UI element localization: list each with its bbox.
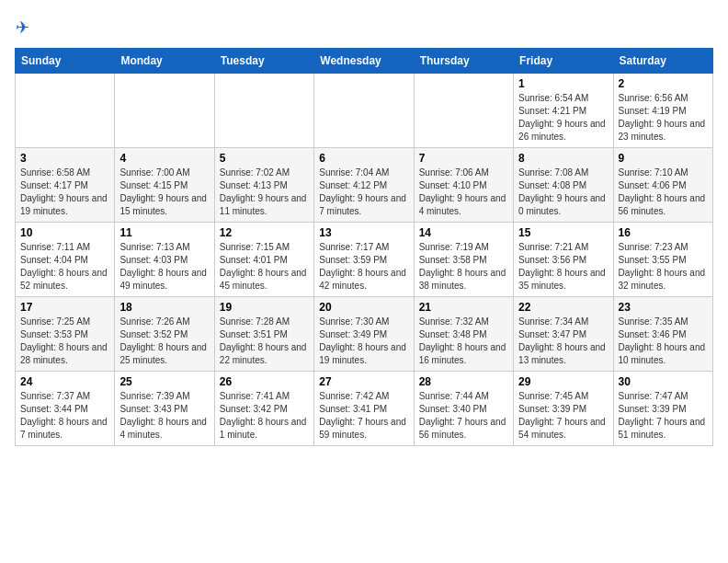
- day-number: 24: [20, 375, 109, 388]
- calendar-cell: [214, 74, 313, 148]
- svg-text:✈: ✈: [16, 18, 29, 37]
- calendar-cell: 22Sunrise: 7:34 AM Sunset: 3:47 PM Dayli…: [514, 297, 613, 372]
- calendar-header-tuesday: Tuesday: [214, 49, 313, 74]
- day-info: Sunrise: 7:23 AM Sunset: 3:55 PM Dayligh…: [619, 241, 708, 293]
- day-info: Sunrise: 7:42 AM Sunset: 3:41 PM Dayligh…: [319, 390, 408, 442]
- calendar-header-thursday: Thursday: [414, 49, 513, 74]
- day-info: Sunrise: 7:30 AM Sunset: 3:49 PM Dayligh…: [319, 316, 408, 367]
- calendar-cell: 23Sunrise: 7:35 AM Sunset: 3:46 PM Dayli…: [613, 297, 712, 372]
- calendar-cell: 7Sunrise: 7:06 AM Sunset: 4:10 PM Daylig…: [414, 148, 513, 223]
- day-info: Sunrise: 7:04 AM Sunset: 4:12 PM Dayligh…: [319, 167, 408, 218]
- day-info: Sunrise: 7:15 AM Sunset: 4:01 PM Dayligh…: [220, 241, 309, 293]
- day-number: 14: [419, 226, 508, 239]
- day-info: Sunrise: 7:13 AM Sunset: 4:03 PM Dayligh…: [119, 241, 209, 293]
- calendar-cell: 10Sunrise: 7:11 AM Sunset: 4:04 PM Dayli…: [16, 223, 115, 297]
- logo-icon: ✈: [15, 15, 40, 40]
- day-info: Sunrise: 7:11 AM Sunset: 4:04 PM Dayligh…: [20, 241, 109, 293]
- day-info: Sunrise: 7:21 AM Sunset: 3:56 PM Dayligh…: [518, 241, 608, 293]
- header: ✈: [15, 15, 713, 40]
- calendar-cell: 16Sunrise: 7:23 AM Sunset: 3:55 PM Dayli…: [613, 223, 712, 297]
- calendar-cell: 12Sunrise: 7:15 AM Sunset: 4:01 PM Dayli…: [214, 223, 313, 297]
- day-number: 11: [119, 226, 209, 239]
- day-number: 19: [220, 301, 309, 314]
- calendar-cell: 26Sunrise: 7:41 AM Sunset: 3:42 PM Dayli…: [214, 372, 313, 446]
- day-number: 18: [119, 301, 209, 314]
- calendar-week-row: 3Sunrise: 6:58 AM Sunset: 4:17 PM Daylig…: [16, 148, 713, 223]
- calendar-cell: [16, 74, 115, 148]
- calendar-cell: 27Sunrise: 7:42 AM Sunset: 3:41 PM Dayli…: [314, 372, 414, 446]
- day-info: Sunrise: 7:41 AM Sunset: 3:42 PM Dayligh…: [220, 390, 309, 442]
- calendar-cell: 21Sunrise: 7:32 AM Sunset: 3:48 PM Dayli…: [414, 297, 513, 372]
- calendar-header-row: SundayMondayTuesdayWednesdayThursdayFrid…: [16, 49, 713, 74]
- day-number: 12: [220, 226, 309, 239]
- day-info: Sunrise: 6:58 AM Sunset: 4:17 PM Dayligh…: [20, 167, 109, 218]
- day-info: Sunrise: 7:34 AM Sunset: 3:47 PM Dayligh…: [518, 316, 608, 367]
- calendar-cell: 17Sunrise: 7:25 AM Sunset: 3:53 PM Dayli…: [16, 297, 115, 372]
- day-info: Sunrise: 7:10 AM Sunset: 4:06 PM Dayligh…: [619, 167, 708, 218]
- day-number: 29: [518, 375, 608, 388]
- calendar-cell: 9Sunrise: 7:10 AM Sunset: 4:06 PM Daylig…: [613, 148, 712, 223]
- calendar-week-row: 17Sunrise: 7:25 AM Sunset: 3:53 PM Dayli…: [16, 297, 713, 372]
- day-number: 16: [619, 226, 708, 239]
- day-info: Sunrise: 7:17 AM Sunset: 3:59 PM Dayligh…: [319, 241, 408, 293]
- day-number: 8: [518, 152, 608, 165]
- calendar-header-monday: Monday: [115, 49, 214, 74]
- day-number: 25: [119, 375, 209, 388]
- day-number: 3: [20, 152, 109, 165]
- day-number: 7: [419, 152, 508, 165]
- day-info: Sunrise: 7:44 AM Sunset: 3:40 PM Dayligh…: [419, 390, 508, 442]
- day-info: Sunrise: 7:02 AM Sunset: 4:13 PM Dayligh…: [220, 167, 309, 218]
- calendar-cell: 15Sunrise: 7:21 AM Sunset: 3:56 PM Dayli…: [514, 223, 613, 297]
- day-number: 21: [419, 301, 508, 314]
- day-number: 9: [619, 152, 708, 165]
- day-number: 2: [619, 77, 708, 90]
- calendar-cell: [314, 74, 414, 148]
- calendar-cell: 13Sunrise: 7:17 AM Sunset: 3:59 PM Dayli…: [314, 223, 414, 297]
- day-info: Sunrise: 7:45 AM Sunset: 3:39 PM Dayligh…: [518, 390, 608, 442]
- day-number: 5: [220, 152, 309, 165]
- day-info: Sunrise: 7:39 AM Sunset: 3:43 PM Dayligh…: [119, 390, 209, 442]
- calendar-header-saturday: Saturday: [613, 49, 712, 74]
- day-info: Sunrise: 7:25 AM Sunset: 3:53 PM Dayligh…: [20, 316, 109, 367]
- day-info: Sunrise: 7:00 AM Sunset: 4:15 PM Dayligh…: [119, 167, 209, 218]
- day-number: 30: [619, 375, 708, 388]
- day-info: Sunrise: 7:06 AM Sunset: 4:10 PM Dayligh…: [419, 167, 508, 218]
- day-number: 13: [319, 226, 408, 239]
- calendar-cell: 20Sunrise: 7:30 AM Sunset: 3:49 PM Dayli…: [314, 297, 414, 372]
- calendar: SundayMondayTuesdayWednesdayThursdayFrid…: [15, 48, 713, 446]
- calendar-cell: 1Sunrise: 6:54 AM Sunset: 4:21 PM Daylig…: [514, 74, 613, 148]
- day-info: Sunrise: 6:54 AM Sunset: 4:21 PM Dayligh…: [518, 92, 608, 144]
- calendar-cell: 3Sunrise: 6:58 AM Sunset: 4:17 PM Daylig…: [16, 148, 115, 223]
- day-number: 17: [20, 301, 109, 314]
- calendar-cell: [115, 74, 214, 148]
- day-number: 23: [619, 301, 708, 314]
- day-number: 27: [319, 375, 408, 388]
- day-number: 6: [319, 152, 408, 165]
- day-info: Sunrise: 7:35 AM Sunset: 3:46 PM Dayligh…: [619, 316, 708, 367]
- day-number: 26: [220, 375, 309, 388]
- calendar-week-row: 10Sunrise: 7:11 AM Sunset: 4:04 PM Dayli…: [16, 223, 713, 297]
- day-number: 15: [518, 226, 608, 239]
- day-info: Sunrise: 7:19 AM Sunset: 3:58 PM Dayligh…: [419, 241, 508, 293]
- day-info: Sunrise: 7:32 AM Sunset: 3:48 PM Dayligh…: [419, 316, 508, 367]
- day-info: Sunrise: 7:28 AM Sunset: 3:51 PM Dayligh…: [220, 316, 309, 367]
- day-info: Sunrise: 7:26 AM Sunset: 3:52 PM Dayligh…: [119, 316, 209, 367]
- calendar-cell: 14Sunrise: 7:19 AM Sunset: 3:58 PM Dayli…: [414, 223, 513, 297]
- calendar-cell: 29Sunrise: 7:45 AM Sunset: 3:39 PM Dayli…: [514, 372, 613, 446]
- calendar-cell: 30Sunrise: 7:47 AM Sunset: 3:39 PM Dayli…: [613, 372, 712, 446]
- calendar-cell: 4Sunrise: 7:00 AM Sunset: 4:15 PM Daylig…: [115, 148, 214, 223]
- calendar-cell: 24Sunrise: 7:37 AM Sunset: 3:44 PM Dayli…: [16, 372, 115, 446]
- day-info: Sunrise: 7:37 AM Sunset: 3:44 PM Dayligh…: [20, 390, 109, 442]
- calendar-cell: 5Sunrise: 7:02 AM Sunset: 4:13 PM Daylig…: [214, 148, 313, 223]
- calendar-header-wednesday: Wednesday: [314, 49, 414, 74]
- day-number: 22: [518, 301, 608, 314]
- calendar-week-row: 1Sunrise: 6:54 AM Sunset: 4:21 PM Daylig…: [16, 74, 713, 148]
- calendar-cell: 11Sunrise: 7:13 AM Sunset: 4:03 PM Dayli…: [115, 223, 214, 297]
- day-info: Sunrise: 7:47 AM Sunset: 3:39 PM Dayligh…: [619, 390, 708, 442]
- calendar-cell: 25Sunrise: 7:39 AM Sunset: 3:43 PM Dayli…: [115, 372, 214, 446]
- day-info: Sunrise: 7:08 AM Sunset: 4:08 PM Dayligh…: [518, 167, 608, 218]
- calendar-week-row: 24Sunrise: 7:37 AM Sunset: 3:44 PM Dayli…: [16, 372, 713, 446]
- day-info: Sunrise: 6:56 AM Sunset: 4:19 PM Dayligh…: [619, 92, 708, 144]
- day-number: 20: [319, 301, 408, 314]
- calendar-cell: 19Sunrise: 7:28 AM Sunset: 3:51 PM Dayli…: [214, 297, 313, 372]
